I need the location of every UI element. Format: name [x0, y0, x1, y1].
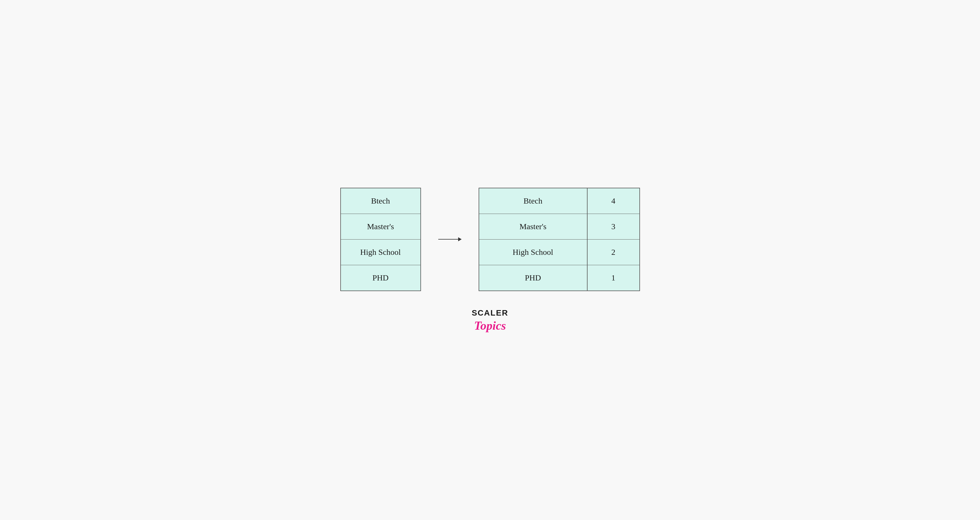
right-label-masters: Master's — [479, 214, 587, 239]
brand-logo: SCALER Topics — [472, 308, 508, 333]
left-row-highschool: High School — [341, 239, 420, 265]
right-value-btech: 4 — [587, 188, 640, 214]
brand-scaler-text: SCALER — [472, 308, 508, 317]
brand-topics-text: Topics — [474, 319, 506, 333]
right-value-masters: 3 — [587, 214, 640, 239]
right-label-btech: Btech — [479, 188, 587, 214]
arrow-line — [438, 239, 461, 239]
right-value-highschool: 2 — [587, 239, 640, 265]
main-container: Btech Master's High School PHD Btech 4 M… — [323, 170, 657, 350]
left-row-masters: Master's — [341, 214, 420, 239]
right-row-btech: Btech 4 — [479, 188, 640, 214]
right-value-phd: 1 — [587, 265, 640, 290]
left-row-btech: Btech — [341, 188, 420, 214]
right-row-phd: PHD 1 — [479, 265, 640, 290]
right-label-highschool: High School — [479, 239, 587, 265]
right-row-highschool: High School 2 — [479, 239, 640, 265]
arrow-container — [438, 239, 461, 239]
right-row-masters: Master's 3 — [479, 214, 640, 239]
left-row-phd: PHD — [341, 265, 420, 290]
right-label-phd: PHD — [479, 265, 587, 290]
right-table: Btech 4 Master's 3 High School 2 PHD 1 — [479, 188, 640, 291]
transform-arrow — [438, 239, 461, 239]
diagram-container: Btech Master's High School PHD Btech 4 M… — [340, 188, 640, 291]
left-table: Btech Master's High School PHD — [340, 188, 421, 291]
